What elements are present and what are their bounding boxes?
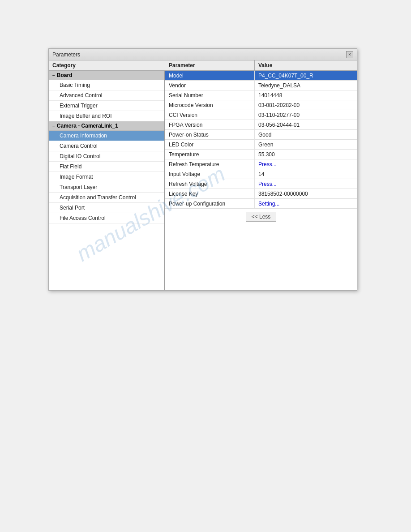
less-button[interactable]: << Less [246,212,277,222]
param-name-cci-version: CCI Version [165,110,255,120]
table-row[interactable]: Microcode Version 03-081-20282-00 [165,100,357,110]
param-name-input-voltage: Input Voltage [165,169,255,179]
param-name-temperature: Temperature [165,150,255,159]
header-category: Category [49,60,165,70]
sidebar-item-image-format[interactable]: Image Format [49,172,164,182]
param-value-model: P4_CC_04K07T_00_R [255,71,357,80]
sidebar-item-basic-timing[interactable]: Basic Timing [49,80,164,90]
param-value-cci-version: 03-110-20277-00 [255,110,357,120]
table-row[interactable]: Refresh Voltage Press... [165,179,357,189]
param-value-microcode-version: 03-081-20282-00 [255,100,357,110]
param-name-power-up-config: Power-up Configuration [165,199,255,208]
param-value-refresh-temperature[interactable]: Press... [255,159,357,169]
param-name-vendor: Vendor [165,81,255,90]
table-row[interactable]: License Key 38158502-00000000 [165,189,357,199]
table-row[interactable]: Model P4_CC_04K07T_00_R [165,71,357,81]
param-name-microcode-version: Microcode Version [165,100,255,110]
sidebar-item-serial-port[interactable]: Serial Port [49,203,164,213]
param-name-refresh-temperature: Refresh Temperature [165,159,255,169]
param-name-refresh-voltage: Refresh Voltage [165,179,255,189]
header-parameter: Parameter [165,60,255,70]
param-name-license-key: License Key [165,189,255,198]
table-row[interactable]: CCI Version 03-110-20277-00 [165,110,357,120]
sidebar-item-acquisition-transfer[interactable]: Acquisition and Transfer Control [49,193,164,203]
param-name-model: Model [165,71,255,80]
camera-group-label: Camera - CameraLink_1 [57,123,118,129]
table-row[interactable]: Input Voltage 14 [165,169,357,179]
param-value-power-on-status: Good [255,130,357,139]
param-name-serial-number: Serial Number [165,90,255,100]
header-value: Value [255,60,357,70]
param-value-license-key: 38158502-00000000 [255,189,357,198]
parameters-dialog: Parameters × Category Parameter Value − … [48,48,357,291]
sidebar-item-flat-field[interactable]: Flat Field [49,162,164,172]
close-button[interactable]: × [346,51,353,58]
sidebar-item-external-trigger[interactable]: External Trigger [49,101,164,111]
sidebar-item-image-buffer-roi[interactable]: Image Buffer and ROI [49,111,164,121]
camera-collapse-icon: − [52,124,55,129]
board-group-label: Board [57,72,73,78]
param-value-fpga-version: 03-056-20444-01 [255,120,357,129]
table-row[interactable]: Power-on Status Good [165,130,357,140]
table-row[interactable]: Temperature 55.300 [165,150,357,159]
dialog-content: − Board Basic Timing Advanced Control Ex… [49,71,357,290]
sidebar-item-file-access-control[interactable]: File Access Control [49,213,164,223]
dialog-titlebar: Parameters × [49,49,357,60]
category-panel: − Board Basic Timing Advanced Control Ex… [49,71,165,290]
sidebar-item-camera-control[interactable]: Camera Control [49,141,164,151]
board-collapse-icon: − [52,73,55,78]
param-name-power-on-status: Power-on Status [165,130,255,139]
param-value-power-up-config[interactable]: Setting... [255,199,357,208]
table-row[interactable]: LED Color Green [165,140,357,150]
sidebar-item-advanced-control[interactable]: Advanced Control [49,90,164,101]
param-value-input-voltage: 14 [255,169,357,179]
table-row[interactable]: Serial Number 14014448 [165,90,357,100]
column-headers: Category Parameter Value [49,60,357,71]
board-group-header[interactable]: − Board [49,71,164,80]
camera-group-header[interactable]: − Camera - CameraLink_1 [49,121,164,131]
sidebar-item-transport-layer[interactable]: Transport Layer [49,182,164,193]
param-value-refresh-voltage[interactable]: Press... [255,179,357,189]
params-panel: Model P4_CC_04K07T_00_R Vendor Teledyne_… [165,71,357,290]
param-value-led-color: Green [255,140,357,149]
param-value-temperature: 55.300 [255,150,357,159]
less-button-row: << Less [165,209,357,224]
param-name-led-color: LED Color [165,140,255,149]
table-row[interactable]: Power-up Configuration Setting... [165,199,357,209]
table-row[interactable]: Refresh Temperature Press... [165,159,357,169]
sidebar-item-camera-information[interactable]: Camera Information [49,131,164,141]
param-value-serial-number: 14014448 [255,90,357,100]
table-row[interactable]: Vendor Teledyne_DALSA [165,81,357,90]
param-value-vendor: Teledyne_DALSA [255,81,357,90]
sidebar-item-digital-io-control[interactable]: Digital IO Control [49,151,164,162]
param-name-fpga-version: FPGA Version [165,120,255,129]
dialog-title: Parameters [52,51,80,58]
table-row[interactable]: FPGA Version 03-056-20444-01 [165,120,357,130]
